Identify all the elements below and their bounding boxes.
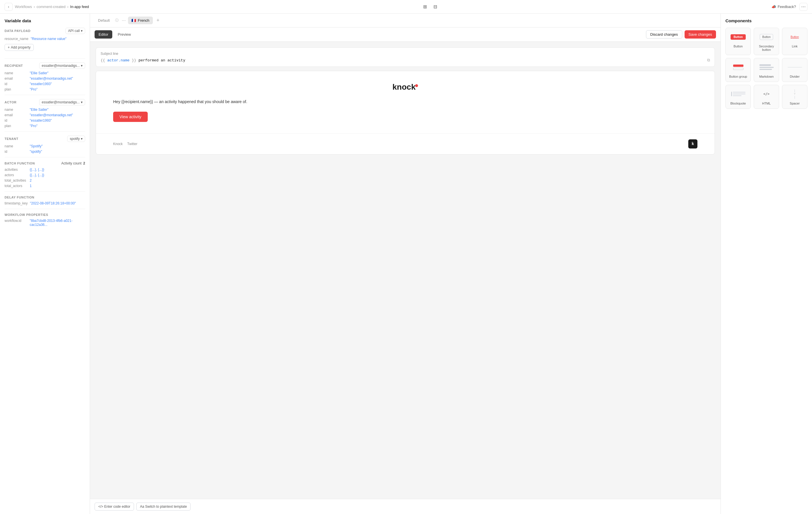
component-markdown[interactable]: Markdown — [754, 58, 779, 82]
email-footer: Knock Twitter k — [96, 133, 715, 154]
prop-val: "Ellie Satler" — [30, 71, 49, 75]
component-button[interactable]: Button Button — [725, 28, 751, 55]
component-html-preview: </> — [758, 89, 775, 99]
footer-logo: k — [688, 139, 697, 149]
button-preview-shape: Button — [731, 34, 746, 40]
tab-default[interactable]: Default — [94, 17, 113, 24]
top-nav: ‹ Workflows › comment-created › In-app f… — [0, 0, 812, 14]
batch-count-display: Activity count 2 — [61, 161, 85, 165]
prop-val: 1 — [30, 184, 32, 188]
tab-info-icon[interactable]: ⓘ — [114, 18, 119, 23]
component-secondary-label: Secondary button — [756, 44, 777, 51]
batch-function-section: BATCH FUNCTION Activity count 2 — [5, 161, 85, 165]
add-tab-button[interactable]: + — [154, 17, 162, 25]
tab-french[interactable]: 🇫🇷 French — [128, 17, 152, 24]
list-item: id "spotify" — [5, 150, 85, 154]
component-link[interactable]: Button Link — [782, 28, 807, 55]
data-payload-dropdown[interactable]: API call ▾ — [65, 28, 85, 34]
footer-link-twitter[interactable]: Twitter — [127, 142, 137, 146]
md-line3 — [759, 69, 772, 70]
list-item: email "essatler@montanadigs.net" — [5, 113, 85, 117]
component-button-group-label: Button group — [729, 75, 747, 78]
top-nav-center: ⊞ ⊟ — [421, 3, 439, 11]
recipient-section: RECIPIENT essatler@montanadigs... ▾ — [5, 63, 85, 69]
component-divider[interactable]: Divider — [782, 58, 807, 82]
footer-links: Knock Twitter — [113, 142, 138, 146]
recipient-dropdown[interactable]: essatler@montanadigs... ▾ — [39, 63, 85, 69]
component-button-preview: Button — [730, 31, 747, 42]
sidebar-toggle-right-icon[interactable]: ⊟ — [431, 3, 439, 11]
list-item: workflow.id "8ba7cbd8-2013-4fb6-a021-cac… — [5, 219, 85, 227]
tab-more-icon[interactable]: ⋯ — [121, 18, 127, 24]
component-button-group[interactable]: Button group — [725, 58, 751, 82]
tenant-dropdown[interactable]: spotify ▾ — [67, 135, 85, 142]
workflow-label: WORKFLOW PROPERTIES — [5, 213, 48, 216]
breadcrumb: Workflows › comment-created › In-app fee… — [15, 5, 89, 9]
top-nav-right: 📣 Feedback? ⋯ — [772, 3, 807, 11]
component-spacer[interactable]: ⊤ Spacer — [782, 85, 807, 109]
preview-tab-button[interactable]: Preview — [113, 30, 135, 38]
breadcrumb-sep2: › — [67, 5, 68, 9]
component-html[interactable]: </> HTML — [754, 85, 779, 109]
copy-icon[interactable]: ⧉ — [707, 58, 710, 63]
feedback-button[interactable]: 📣 Feedback? — [772, 5, 796, 9]
subject-value: {{ actor.name }} performed an activity — [100, 58, 185, 63]
component-secondary-button[interactable]: Button Secondary button — [754, 28, 779, 55]
prop-val: "Pro" — [30, 124, 37, 128]
knock-logo: knock — [113, 83, 697, 92]
divider — [5, 131, 85, 132]
list-item: total_actors 1 — [5, 184, 85, 188]
list-item: name "Ellie Satler" — [5, 71, 85, 75]
add-property-label: Add property — [11, 46, 31, 50]
markdown-preview-shape — [759, 64, 774, 70]
logo-text: knock — [393, 83, 418, 92]
list-item: email "essatler@montanadigs.net" — [5, 77, 85, 81]
spacer-line-top — [794, 89, 795, 92]
component-button-label: Button — [734, 44, 743, 48]
list-item: timestamp_key "2022-08-09T18:26:18+00:00… — [5, 201, 85, 205]
right-sidebar: Components Button Button Button Secondar… — [721, 14, 812, 514]
list-item: plan "Pro" — [5, 87, 85, 91]
french-label: French — [138, 18, 149, 23]
prop-val: 2 — [30, 179, 32, 182]
list-item: total_activities 2 — [5, 179, 85, 182]
list-item: plan "Pro" — [5, 124, 85, 128]
data-payload-section: DATA PAYLOAD API call ▾ — [5, 28, 85, 34]
discard-changes-button[interactable]: Discard changes — [646, 30, 682, 38]
editor-content: Subject line {{ actor.name }} performed … — [90, 42, 721, 499]
component-html-label: HTML — [762, 102, 771, 105]
prop-val: "essatler1993" — [30, 82, 52, 86]
editor-footer: </> Enter code editor Aa Switch to plain… — [90, 499, 721, 514]
component-blockquote[interactable]: Blockquote — [725, 85, 751, 109]
switch-plaintext-button[interactable]: Aa Switch to plaintext template — [136, 503, 191, 511]
prop-key: id — [5, 82, 27, 86]
tenant-dropdown-arrow: ▾ — [81, 137, 83, 141]
prop-val: "essatler1993" — [30, 119, 52, 122]
prop-val: "Ellie Satler" — [30, 108, 49, 112]
breadcrumb-root[interactable]: Workflows — [15, 5, 32, 9]
spacer-t-icon: ⊤ — [794, 93, 796, 95]
editor-tab-button[interactable]: Editor — [94, 30, 112, 38]
back-button[interactable]: ‹ — [5, 3, 12, 11]
view-activity-button[interactable]: View activity — [113, 112, 148, 122]
actor-dropdown[interactable]: essatler@montanadigs... ▾ — [39, 99, 85, 105]
prop-key: resource_name — [5, 37, 28, 41]
sidebar-toggle-left-icon[interactable]: ⊞ — [421, 3, 429, 11]
footer-link-knock[interactable]: Knock — [113, 142, 122, 146]
prop-key: total_actors — [5, 184, 27, 188]
subject-section[interactable]: Subject line {{ actor.name }} performed … — [96, 48, 715, 67]
more-options-button[interactable]: ⋯ — [800, 3, 807, 11]
editor-tabs: Default ⓘ ⋯ 🇫🇷 French + — [90, 14, 721, 27]
list-item: id "essatler1993" — [5, 119, 85, 122]
bq-bar — [731, 92, 732, 96]
save-changes-button[interactable]: Save changes — [685, 30, 716, 38]
data-payload-label: DATA PAYLOAD — [5, 29, 31, 33]
prop-val: "2022-08-09T18:26:18+00:00" — [30, 201, 76, 205]
breadcrumb-parent[interactable]: comment-created — [36, 5, 65, 9]
add-property-button[interactable]: + Add property — [5, 44, 34, 51]
prop-key: name — [5, 144, 27, 148]
prop-val: {{...}, {...}} — [30, 168, 44, 172]
subject-input[interactable]: {{ actor.name }} performed an activity ⧉ — [100, 58, 710, 63]
email-preview: knock Hey {{recipient.name}} — an activi… — [96, 71, 715, 154]
enter-code-editor-button[interactable]: </> Enter code editor — [94, 503, 134, 511]
